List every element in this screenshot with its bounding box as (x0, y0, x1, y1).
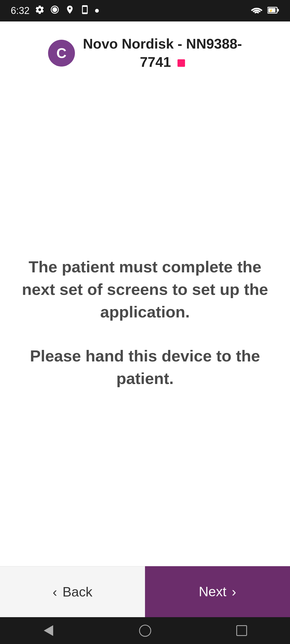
next-chevron-icon: › (232, 584, 236, 599)
recents-square-icon (236, 625, 247, 636)
next-button[interactable]: Next › (145, 566, 290, 617)
app-icon: C (48, 40, 75, 67)
motorola-icon (50, 5, 60, 17)
time-display: 6:32 (11, 5, 30, 16)
instruction-text: The patient must complete the next set o… (21, 256, 269, 323)
system-recents-button[interactable] (234, 623, 250, 639)
back-button[interactable]: ‹ Back (0, 566, 145, 617)
status-indicator-dot (177, 59, 185, 67)
settings-icon (35, 5, 45, 17)
screenshot-icon (80, 5, 90, 17)
status-bar: 6:32 (0, 0, 290, 21)
home-circle-icon (139, 625, 151, 637)
battery-icon: ⚡ (267, 6, 279, 16)
notification-dot (95, 9, 99, 13)
svg-rect-2 (277, 9, 279, 11)
next-button-label: Next (199, 584, 226, 599)
system-back-button[interactable] (40, 623, 56, 639)
system-home-button[interactable] (137, 623, 153, 639)
back-chevron-icon: ‹ (53, 584, 57, 600)
status-bar-left: 6:32 (11, 5, 99, 17)
system-nav-bar (0, 617, 290, 644)
status-bar-right: ⚡ (251, 6, 279, 16)
app-title: Novo Nordisk - NN9388- 7741 (83, 35, 242, 71)
main-content: The patient must complete the next set o… (0, 79, 290, 566)
header: C Novo Nordisk - NN9388- 7741 (0, 21, 290, 79)
location-icon (65, 5, 75, 17)
hand-device-text: Please hand this device to the patient. (21, 345, 269, 390)
wifi-icon (251, 6, 263, 16)
svg-text:⚡: ⚡ (269, 9, 273, 13)
back-button-label: Back (63, 584, 92, 600)
bottom-navigation: ‹ Back Next › (0, 566, 290, 617)
back-triangle-icon (44, 625, 53, 636)
